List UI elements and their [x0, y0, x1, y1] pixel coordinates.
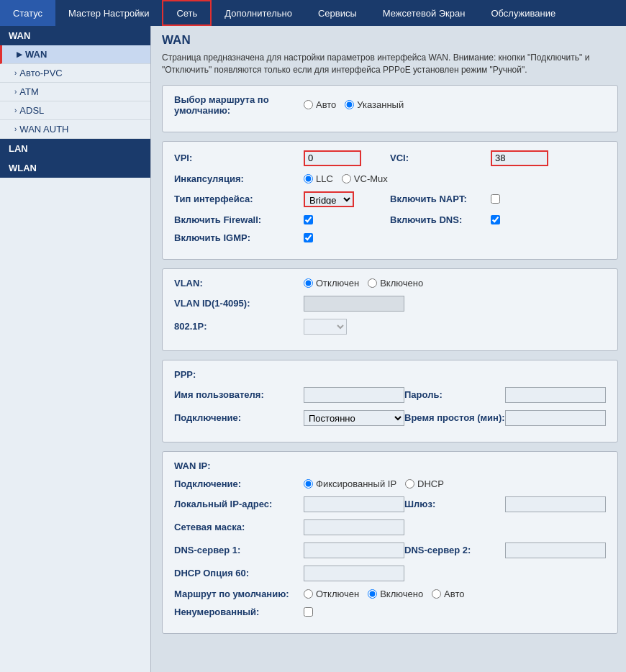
wan-unnumbered-row: Ненумерованный: [174, 607, 606, 617]
encap-label: Инкапсуляция: [174, 173, 304, 184]
wan-fixed-ip-label[interactable]: Фиксированный IP [304, 478, 396, 489]
sidebar-item-atm[interactable]: › ATM [0, 83, 150, 101]
route-off-radio[interactable] [304, 589, 313, 599]
wan-dns-row: DNS-сервер 1: DNS-сервер 2: [174, 542, 606, 558]
vlan-id-col: VLAN ID(1-4095): [174, 296, 606, 312]
wan-fixed-ip-radio[interactable] [304, 479, 313, 489]
wan-localip-input[interactable] [304, 496, 404, 512]
vci-input[interactable] [491, 150, 548, 166]
content-area: WAN Страница предназначена для настройки… [151, 26, 626, 672]
wan-netmask-input[interactable] [304, 519, 404, 535]
nav-services[interactable]: Сервисы [305, 0, 370, 26]
encap-llc-label[interactable]: LLC [304, 173, 333, 184]
vlan-id-input[interactable] [304, 296, 404, 312]
routing-options: Авто Указанный [304, 99, 606, 110]
routing-row: Выбор маршрута по умолчанию: Авто Указан… [174, 94, 606, 116]
wan-dhcp-label[interactable]: DHCP [405, 478, 444, 489]
wan-unnumbered-checkbox[interactable] [304, 607, 313, 617]
iface-col: Тип интерфейса: Bridge PPPoE IPoE IPoA [174, 191, 390, 207]
wan-ip-title: WAN IP: [174, 460, 606, 471]
dot1p-label: 802.1P: [174, 321, 304, 332]
routing-auto-label[interactable]: Авто [304, 99, 336, 110]
ppp-connect-label: Подключение: [174, 412, 304, 423]
wan-gw-col: Шлюз: [404, 496, 606, 512]
nav-network[interactable]: Сеть [162, 0, 212, 26]
igmp-label: Включить IGMP: [174, 232, 304, 243]
vlan-off-radio[interactable] [304, 278, 313, 288]
wan-localip-gw-row: Локальный IP-адрес: Шлюз: [174, 496, 606, 512]
routing-specified-label[interactable]: Указанный [345, 99, 404, 110]
ppp-idle-input[interactable] [505, 410, 606, 426]
ppp-section: PPP: Имя пользователя: Пароль: Подключен… [162, 360, 618, 442]
encap-options: LLC VC-Mux [304, 173, 388, 184]
wan-dns2-label: DNS-сервер 2: [404, 545, 505, 555]
iface-type-label: Тип интерфейса: [174, 194, 304, 204]
sidebar-item-wanauth[interactable]: › WAN AUTH [0, 120, 150, 139]
ppp-connect-select[interactable]: Постоянно По требованию Ручной [304, 410, 404, 426]
routing-label: Выбор маршрута по умолчанию: [174, 94, 304, 116]
arrow-icon: › [14, 106, 17, 114]
napt-checkbox[interactable] [491, 194, 500, 204]
vlan-on-radio[interactable] [368, 278, 377, 288]
vlan-row: VLAN: Отключен Включено [174, 278, 606, 289]
wan-dns1-input[interactable] [304, 542, 404, 558]
route-auto-radio[interactable] [432, 589, 441, 599]
nav-firewall[interactable]: Межсетевой Экран [370, 0, 478, 26]
igmp-col: Включить IGMP: [174, 232, 606, 243]
firewall-dns-row: Включить Firewall: Включить DNS: [174, 214, 606, 225]
wan-default-route-options: Отключен Включено Авто [304, 589, 464, 599]
arrow-icon: › [14, 69, 17, 77]
iface-type-select[interactable]: Bridge PPPoE IPoE IPoA [304, 191, 354, 207]
wan-unnumbered-col: Ненумерованный: [174, 607, 606, 617]
nav-status[interactable]: Статус [0, 0, 55, 26]
routing-specified-radio[interactable] [345, 100, 354, 109]
ppp-connect-row: Подключение: Постоянно По требованию Руч… [174, 410, 606, 426]
vlan-on-label[interactable]: Включено [368, 278, 423, 289]
sidebar-section-wlan[interactable]: WLAN [0, 158, 150, 178]
wan-gateway-input[interactable] [505, 496, 606, 512]
sidebar-section-wan[interactable]: WAN [0, 26, 150, 45]
wan-dhcp-radio[interactable] [405, 479, 414, 489]
wan-dns2-input[interactable] [505, 542, 606, 558]
sidebar-item-adsl[interactable]: › ADSL [0, 101, 150, 120]
wan-unnumbered-label: Ненумерованный: [174, 607, 304, 617]
napt-label: Включить NAPT: [390, 194, 491, 204]
firewall-checkbox[interactable] [304, 215, 313, 224]
wan-netmask-row: Сетевая маска: [174, 519, 606, 535]
vlan-options: Отключен Включено [304, 278, 423, 289]
sidebar: WAN ▶ WAN › Авто-PVC › ATM › ADSL › WAN … [0, 26, 151, 672]
ppp-idle-col: Время простоя (мин): [404, 410, 606, 426]
arrow-icon: › [14, 88, 17, 96]
ppp-password-input[interactable] [505, 387, 606, 403]
nav-wizard[interactable]: Мастер Настройки [55, 0, 162, 26]
dns-checkbox[interactable] [491, 215, 500, 224]
route-auto-label[interactable]: Авто [432, 589, 464, 599]
vlan-off-label[interactable]: Отключен [304, 278, 359, 289]
routing-auto-radio[interactable] [304, 100, 313, 109]
sidebar-item-wan[interactable]: ▶ WAN [0, 45, 150, 64]
ppp-pass-col: Пароль: [404, 387, 606, 403]
encap-vcmux-radio[interactable] [342, 174, 351, 183]
encap-vcmux-label[interactable]: VC-Mux [342, 173, 388, 184]
encap-llc-radio[interactable] [304, 174, 313, 183]
nav-maintenance[interactable]: Обслуживание [478, 0, 568, 26]
igmp-checkbox[interactable] [304, 233, 313, 242]
wan-default-route-col: Маршрут по умолчанию: Отключен Включено [174, 589, 606, 599]
dot1p-select[interactable] [304, 319, 347, 335]
wan-ip-section: WAN IP: Подключение: Фиксированный IP DH… [162, 451, 618, 634]
vlan-section: VLAN: Отключен Включено VL [162, 268, 618, 351]
nav-advanced[interactable]: Дополнительно [212, 0, 305, 26]
page-description: Страница предназначена для настройки пар… [162, 52, 618, 76]
ppp-connect-col: Подключение: Постоянно По требованию Руч… [174, 410, 404, 426]
route-off-label[interactable]: Отключен [304, 589, 359, 599]
route-on-radio[interactable] [368, 589, 377, 599]
vlan-id-row: VLAN ID(1-4095): [174, 296, 606, 312]
ppp-username-input[interactable] [304, 387, 404, 403]
wan-dhcp-opt-input[interactable] [304, 566, 404, 581]
vpi-input[interactable] [304, 150, 361, 166]
route-on-label[interactable]: Включено [368, 589, 423, 599]
igmp-row: Включить IGMP: [174, 232, 606, 243]
sidebar-section-lan[interactable]: LAN [0, 139, 150, 158]
encap-row: Инкапсуляция: LLC VC-Mux [174, 173, 606, 184]
sidebar-item-autopvc[interactable]: › Авто-PVC [0, 64, 150, 83]
